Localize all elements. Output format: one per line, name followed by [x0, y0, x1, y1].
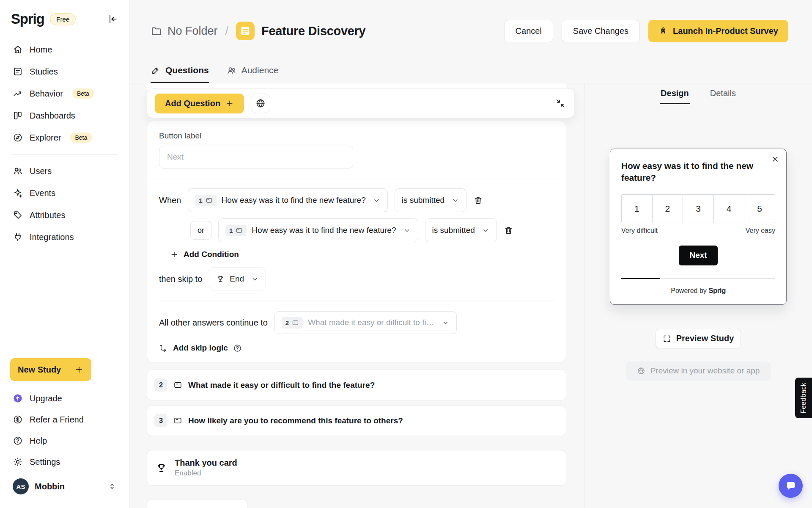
launch-label: Launch In-Product Survey	[673, 26, 778, 36]
tab-audience[interactable]: Audience	[227, 65, 279, 83]
expand-icon	[663, 334, 671, 343]
secondary-nav: Users Events Attributes Integrations	[8, 160, 121, 248]
condition-operator-select[interactable]: is submitted	[425, 218, 497, 242]
delete-condition-button[interactable]	[473, 196, 483, 205]
all-other-answers-label: All other answers continue to	[159, 318, 268, 328]
trophy-icon	[156, 462, 167, 474]
question-type-icon	[292, 319, 299, 326]
progress-fill	[621, 278, 660, 279]
question-card-3[interactable]: 3 How likely are you to recommend this f…	[147, 405, 566, 436]
audience-icon	[227, 66, 236, 75]
sidebar-item-label: Behavior	[30, 89, 63, 99]
delete-condition-button[interactable]	[504, 226, 513, 235]
scale-option-4[interactable]: 4	[713, 195, 744, 223]
condition-question-select[interactable]: 1 How easy was it to find the new featur…	[218, 218, 418, 242]
add-question-button[interactable]: Add Question	[155, 94, 244, 113]
sidebar-item-label: Refer a Friend	[30, 415, 84, 425]
sidebar-item-settings[interactable]: Settings	[8, 451, 121, 472]
account-name: Mobbin	[35, 482, 65, 491]
sidebar-item-dashboards[interactable]: Dashboards	[8, 105, 121, 126]
sidebar-item-behavior[interactable]: Behavior Beta	[8, 83, 121, 104]
skip-branch-icon	[159, 344, 168, 353]
question-number-badge: 1	[195, 195, 216, 206]
trophy-icon	[216, 275, 225, 283]
chevron-down-icon	[482, 226, 490, 235]
condition-question-select[interactable]: 1 How easy was it to find the new featur…	[188, 188, 387, 212]
globe-icon	[255, 98, 266, 108]
language-globe-button[interactable]	[251, 94, 270, 113]
launch-survey-button[interactable]: Launch In-Product Survey	[648, 20, 788, 42]
breadcrumb-separator: /	[225, 25, 229, 38]
next-button[interactable]: Next	[679, 246, 718, 265]
skip-logic-section: When 1 How easy was it to find the new f…	[147, 179, 566, 362]
sidebar-item-help[interactable]: Help	[8, 430, 121, 451]
integrations-icon	[13, 232, 23, 242]
condition-row-1: When 1 How easy was it to find the new f…	[159, 188, 554, 212]
add-condition-button[interactable]: Add Condition	[170, 250, 239, 259]
home-icon	[13, 44, 23, 55]
chat-launcher-button[interactable]	[779, 474, 803, 498]
chat-bubble-icon	[785, 480, 797, 492]
save-label: Save Changes	[573, 26, 628, 36]
thank-you-card[interactable]: Thank you card Enabled	[147, 450, 566, 486]
app: Sprig Free Home Studies Behavior Beta Da…	[0, 0, 812, 508]
then-skip-to-label: then skip to	[159, 274, 202, 284]
breadcrumb-folder[interactable]: No Folder	[167, 25, 218, 38]
account-switcher[interactable]: AS Mobbin	[8, 474, 121, 499]
sidebar-item-label: Home	[30, 45, 52, 55]
chevron-down-icon	[251, 275, 259, 283]
preview-in-website-button[interactable]: Preview in your website or app	[626, 362, 771, 381]
beta-badge: Beta	[72, 88, 94, 99]
chevron-down-icon	[451, 196, 459, 204]
sidebar-item-events[interactable]: Events	[8, 182, 121, 204]
question-card-2[interactable]: 2 What made it easy or difficult to find…	[147, 370, 566, 400]
sidebar-item-attributes[interactable]: Attributes	[8, 204, 121, 226]
preview-study-button[interactable]: Preview Study	[656, 329, 741, 348]
question-type-icon	[173, 416, 182, 425]
sidebar-item-studies[interactable]: Studies	[8, 61, 121, 82]
sidebar-item-upgrade[interactable]: Upgrade	[8, 388, 121, 409]
survey-preview: How easy was it to find the new feature?…	[610, 149, 787, 305]
studies-icon	[13, 66, 23, 77]
button-label-section: Button label	[147, 121, 566, 179]
scale-option-5[interactable]: 5	[744, 195, 775, 223]
sidebar-item-explorer[interactable]: Explorer Beta	[8, 127, 121, 148]
condition-operator-select[interactable]: is submitted	[395, 188, 466, 212]
sidebar-item-refer-a-friend[interactable]: Refer a Friend	[8, 409, 121, 430]
question-title: What made it easy or difficult to find t…	[188, 381, 375, 390]
workspace: Add Question Button label	[129, 83, 812, 508]
skip-target-row: then skip to End	[159, 268, 554, 290]
close-icon[interactable]	[770, 154, 780, 164]
page-title: Feature Discovery	[261, 24, 365, 38]
tab-details[interactable]: Details	[709, 85, 737, 104]
when-label: When	[159, 196, 181, 205]
collapse-sidebar-button[interactable]	[107, 14, 118, 25]
clipped-card-bottom	[147, 499, 247, 508]
skip-target-select[interactable]: End	[209, 268, 266, 290]
sidebar-item-home[interactable]: Home	[8, 39, 121, 60]
new-study-button[interactable]: New Study	[10, 358, 91, 381]
pencil-icon	[151, 66, 160, 75]
primary-nav: Home Studies Behavior Beta Dashboards Ex…	[8, 39, 121, 148]
button-label-input[interactable]	[159, 146, 353, 168]
thank-you-text: Thank you card Enabled	[175, 458, 237, 478]
tab-design[interactable]: Design	[660, 85, 690, 104]
feedback-tab[interactable]: Feedback	[795, 378, 812, 418]
collapse-all-button[interactable]	[554, 97, 567, 110]
upgrade-icon	[13, 393, 23, 403]
scale-option-3[interactable]: 3	[683, 195, 713, 223]
or-operator-button[interactable]: or	[190, 221, 211, 240]
chevron-down-icon	[442, 319, 450, 327]
sidebar-item-label: Dashboards	[30, 111, 75, 121]
survey-tabs: Questions Audience	[129, 49, 812, 83]
save-changes-button[interactable]: Save Changes	[562, 20, 640, 42]
scale-option-2[interactable]: 2	[652, 195, 683, 223]
sidebar-item-integrations[interactable]: Integrations	[8, 226, 121, 248]
continue-target-select[interactable]: 2 What made it easy or difficult to find…	[274, 311, 457, 334]
rating-scale: 1 2 3 4 5	[621, 194, 775, 223]
sidebar-item-users[interactable]: Users	[8, 160, 121, 182]
add-skip-logic-button[interactable]: Add skip logic	[159, 343, 242, 353]
scale-option-1[interactable]: 1	[622, 195, 652, 223]
cancel-button[interactable]: Cancel	[504, 20, 553, 42]
tab-questions[interactable]: Questions	[151, 65, 209, 83]
